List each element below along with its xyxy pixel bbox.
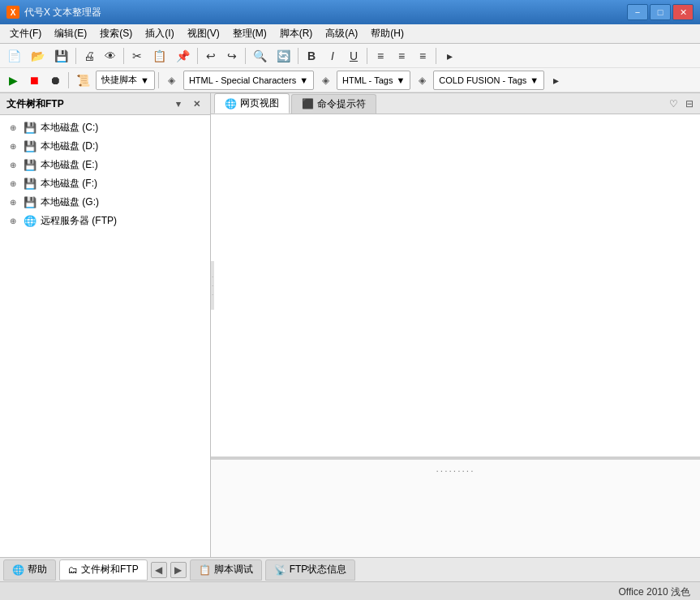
tree-item-1[interactable]: ⊕ 💾 本地磁盘 (D:) <box>0 137 210 156</box>
underline-button[interactable]: U <box>344 46 363 66</box>
tree-item-label: 远程服务器 (FTP) <box>41 214 117 228</box>
new-button[interactable]: 📄 <box>3 46 25 66</box>
italic-button[interactable]: I <box>323 46 342 66</box>
tab-restore-button[interactable]: ⊟ <box>682 96 697 111</box>
copy-button[interactable]: 📋 <box>148 46 170 66</box>
run-button[interactable]: ▶ <box>3 71 23 90</box>
maximize-button[interactable]: □ <box>650 4 671 20</box>
separator-3 <box>197 48 198 64</box>
nav-forward-button[interactable]: ▶ <box>170 562 187 578</box>
tab-bar: 🌐 网页视图 ⬛ 命令提示符 ♡ ⊟ <box>211 93 700 114</box>
menu-edit[interactable]: 编辑(E) <box>48 25 93 42</box>
bottom-tab-ftp-status[interactable]: 📡 FTP状态信息 <box>265 559 356 581</box>
record-button[interactable]: ⏺ <box>45 71 65 90</box>
main-layout: 文件树和FTP ▾ ✕ ⊕ 💾 本地磁盘 (C:) ⊕ 💾 本地磁盘 (D:) … <box>0 93 700 557</box>
panel-menu-button[interactable]: ▾ <box>171 96 186 111</box>
panel-close-button[interactable]: ✕ <box>189 96 204 111</box>
bold-button[interactable]: B <box>302 46 321 66</box>
toolbar-area: 📄 📂 💾 🖨 👁 ✂ 📋 📌 ↩ ↪ 🔍 🔄 B I U ≡ ≡ ≡ ▸ ▶ … <box>0 44 700 93</box>
tab-command-prompt[interactable]: ⬛ 命令提示符 <box>291 94 376 114</box>
status-bar: Office 2010 浅色 <box>0 581 700 600</box>
command-tab-icon: ⬛ <box>302 98 314 109</box>
paste-button[interactable]: 📌 <box>172 46 194 66</box>
script-debug-tab-icon: 📋 <box>199 564 211 576</box>
redo-button[interactable]: ↪ <box>222 46 242 66</box>
vertical-resizer[interactable]: ··· <box>211 261 214 310</box>
bottom-bar: 🌐 帮助 🗂 文件树和FTP ◀ ▶ 📋 脚本调试 📡 FTP状态信息 <box>0 557 700 581</box>
tree-expand-icon: ⊕ <box>6 178 19 191</box>
tree-expand-icon: ⊕ <box>6 159 19 172</box>
menu-help[interactable]: 帮助(H) <box>364 25 410 42</box>
minimize-button[interactable]: − <box>627 4 648 20</box>
tree-item-2[interactable]: ⊕ 💾 本地磁盘 (E:) <box>0 156 210 174</box>
html-special-chars-dropdown[interactable]: HTML - Special Characters ▼ <box>183 71 314 90</box>
more2-button[interactable]: ▸ <box>546 71 565 90</box>
panel-title: 文件树和FTP <box>6 97 64 111</box>
preview-button[interactable]: 👁 <box>101 46 120 66</box>
menu-bar: 文件(F) 编辑(E) 搜索(S) 插入(I) 视图(V) 整理(M) 脚本(R… <box>0 24 700 44</box>
tree-drive-icon: 💾 <box>23 178 37 191</box>
tree-expand-icon: ⊕ <box>6 196 19 209</box>
menu-insert[interactable]: 插入(I) <box>139 25 180 42</box>
menu-search[interactable]: 搜索(S) <box>93 25 139 42</box>
tree-expand-icon: ⊕ <box>6 215 19 228</box>
tab-webpage-view[interactable]: 🌐 网页视图 <box>214 93 290 114</box>
panel-header-actions: ▾ ✕ <box>171 96 204 111</box>
more-button[interactable]: ▸ <box>440 46 459 66</box>
align-right[interactable]: ≡ <box>413 46 432 66</box>
separator-1 <box>75 48 76 64</box>
save-button[interactable]: 💾 <box>50 46 72 66</box>
cold-fusion-dropdown[interactable]: COLD FUSION - Tags ▼ <box>433 71 544 90</box>
tree-item-4[interactable]: ⊕ 💾 本地磁盘 (G:) <box>0 193 210 212</box>
find-button[interactable]: 🔍 <box>249 46 271 66</box>
tree-drive-icon: 💾 <box>23 140 37 153</box>
bottom-tab-help[interactable]: 🌐 帮助 <box>3 559 56 581</box>
menu-script[interactable]: 脚本(R) <box>273 25 320 42</box>
right-panel: 🌐 网页视图 ⬛ 命令提示符 ♡ ⊟ ··· ......... <box>211 93 700 557</box>
bottom-content: ......... <box>211 460 700 557</box>
quickscript-dropdown[interactable]: 快捷脚本 ▼ <box>96 71 155 90</box>
separator-9 <box>158 72 159 88</box>
close-button[interactable]: ✕ <box>672 4 694 20</box>
menu-view[interactable]: 视图(V) <box>181 25 226 42</box>
menu-organize[interactable]: 整理(M) <box>226 25 273 42</box>
tree-item-label: 本地磁盘 (F:) <box>41 177 97 191</box>
stop-button[interactable]: ⏹ <box>24 71 44 90</box>
separator-8 <box>68 72 69 88</box>
html-tags-dropdown[interactable]: HTML - Tags ▼ <box>337 71 410 90</box>
tab-favorite-button[interactable]: ♡ <box>666 96 681 111</box>
cf-icon: ◈ <box>412 71 432 90</box>
script-icon[interactable]: 📜 <box>72 71 94 90</box>
align-center[interactable]: ≡ <box>392 46 411 66</box>
tree-item-0[interactable]: ⊕ 💾 本地磁盘 (C:) <box>0 118 210 137</box>
cut-button[interactable]: ✂ <box>127 46 147 66</box>
bottom-tab-filetree[interactable]: 🗂 文件树和FTP <box>59 559 148 581</box>
dots-indicator: ......... <box>436 463 475 474</box>
filetree-tab-label: 文件树和FTP <box>81 563 139 576</box>
menu-advanced[interactable]: 高级(A) <box>319 25 364 42</box>
webpage-tab-label: 网页视图 <box>240 96 279 110</box>
app-title: 代号X 文本整理器 <box>24 6 627 19</box>
nav-back-button[interactable]: ◀ <box>151 562 167 578</box>
align-left[interactable]: ≡ <box>371 46 390 66</box>
separator-6 <box>367 48 367 64</box>
print-button[interactable]: 🖨 <box>79 46 99 66</box>
tab-actions: ♡ ⊟ <box>666 96 697 111</box>
undo-button[interactable]: ↩ <box>201 46 221 66</box>
toolbar-row-1: 📄 📂 💾 🖨 👁 ✂ 📋 📌 ↩ ↪ 🔍 🔄 B I U ≡ ≡ ≡ ▸ <box>0 44 700 68</box>
command-tab-label: 命令提示符 <box>317 97 366 111</box>
open-button[interactable]: 📂 <box>27 46 49 66</box>
bottom-tab-script-debug[interactable]: 📋 脚本调试 <box>190 559 262 581</box>
help-tab-label: 帮助 <box>28 563 47 576</box>
dropdown-arrow-2-icon: ▼ <box>299 75 308 85</box>
tree-item-5[interactable]: ⊕ 🌐 远程服务器 (FTP) <box>0 212 210 230</box>
tree-item-3[interactable]: ⊕ 💾 本地磁盘 (F:) <box>0 174 210 193</box>
html-tags-icon: ◈ <box>316 71 335 90</box>
panel-header: 文件树和FTP ▾ ✕ <box>0 93 210 115</box>
tree-item-label: 本地磁盘 (E:) <box>41 158 98 172</box>
menu-file[interactable]: 文件(F) <box>3 25 48 42</box>
ftp-status-tab-icon: 📡 <box>274 564 286 576</box>
replace-button[interactable]: 🔄 <box>273 46 294 66</box>
tree-expand-icon: ⊕ <box>6 122 19 135</box>
script-debug-tab-label: 脚本调试 <box>214 563 253 576</box>
